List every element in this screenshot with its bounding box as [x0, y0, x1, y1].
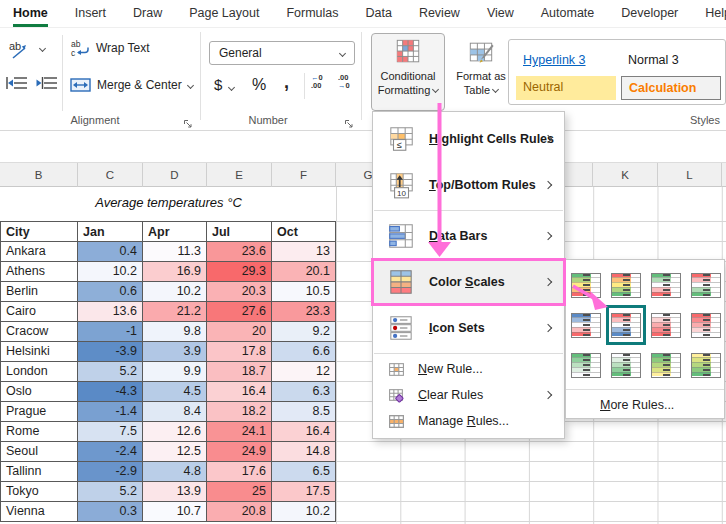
menu-item-data-bars[interactable]: Data Bars [373, 213, 564, 259]
cell-city[interactable]: Cracow [0, 322, 78, 342]
cell-value[interactable]: 18.7 [207, 362, 272, 382]
column-header-F[interactable]: F [272, 163, 336, 187]
color-scale-swatch-white-red[interactable] [646, 305, 686, 345]
cell-city[interactable]: Tokyo [0, 482, 78, 502]
header-cell-jul[interactable]: Jul [207, 221, 272, 242]
style-chip-neutral[interactable]: Neutral [516, 76, 616, 100]
header-cell-jan[interactable]: Jan [78, 221, 143, 242]
cell-value[interactable]: 6.3 [272, 382, 336, 402]
column-header-C[interactable]: C [78, 163, 143, 187]
cell-value[interactable]: 16.4 [272, 422, 336, 442]
cell-value[interactable]: 10.2 [78, 262, 143, 282]
tab-home[interactable]: Home [13, 0, 48, 27]
cell-city[interactable]: Helsinki [0, 342, 78, 362]
cell-value[interactable]: 5.2 [78, 482, 143, 502]
cell-value[interactable]: 29.3 [207, 262, 272, 282]
cell-city[interactable]: Cairo [0, 302, 78, 322]
cell-city[interactable]: Seoul [0, 442, 78, 462]
accounting-dropdown-icon[interactable] [228, 84, 235, 91]
cell-value[interactable]: 23.3 [272, 302, 336, 322]
cell-value[interactable]: 14.8 [272, 442, 336, 462]
style-chip-calculation[interactable]: Calculation [621, 76, 721, 100]
cell-value[interactable]: 13.6 [78, 302, 143, 322]
cell-value[interactable]: 24.9 [207, 442, 272, 462]
cell-value[interactable]: 6.5 [272, 462, 336, 482]
cell-city[interactable]: Ankara [0, 242, 78, 262]
cell-value[interactable]: 5.2 [78, 362, 143, 382]
decrease-decimal-button[interactable]: .00→0 [338, 74, 350, 90]
color-scale-swatch-green-white-red[interactable] [646, 265, 686, 305]
cell-value[interactable]: 10.2 [143, 282, 207, 302]
color-scale-swatch-red-white-blue[interactable] [606, 305, 646, 345]
column-header-B[interactable]: B [0, 163, 78, 187]
menu-item-clear-rules[interactable]: Clear Rules [373, 382, 564, 408]
percent-style-button[interactable]: % [252, 76, 266, 94]
header-cell-apr[interactable]: Apr [143, 221, 207, 242]
color-scale-swatch-white-green[interactable] [606, 345, 646, 385]
cell-value[interactable]: 27.6 [207, 302, 272, 322]
merge-center-dropdown-icon[interactable] [187, 81, 194, 88]
cell-value[interactable]: 9.2 [272, 322, 336, 342]
orientation-button[interactable]: ab [8, 39, 34, 65]
cell-value[interactable]: 12.6 [143, 422, 207, 442]
cell-value[interactable]: 13 [272, 242, 336, 262]
cell-value[interactable]: 10.2 [272, 502, 336, 522]
cell-value[interactable]: 20.3 [207, 282, 272, 302]
cell-value[interactable]: 10.7 [143, 502, 207, 522]
color-scale-swatch-green-yellow[interactable] [646, 345, 686, 385]
cell-value[interactable]: 17.6 [207, 462, 272, 482]
cell-value[interactable]: 24.1 [207, 422, 272, 442]
column-header-E[interactable]: E [207, 163, 272, 187]
tab-insert[interactable]: Insert [75, 0, 106, 27]
cell-value[interactable]: -1.4 [78, 402, 143, 422]
cell-value[interactable]: 12 [272, 362, 336, 382]
cell-value[interactable]: 12.5 [143, 442, 207, 462]
cell-value[interactable]: 20 [207, 322, 272, 342]
orientation-dropdown-icon[interactable] [39, 45, 46, 52]
cell-value[interactable]: 3.9 [143, 342, 207, 362]
cell-city[interactable]: Vienna [0, 502, 78, 522]
cell-value[interactable]: 0.3 [78, 502, 143, 522]
cell-value[interactable]: 4.8 [143, 462, 207, 482]
cell-value[interactable]: 0.4 [78, 242, 143, 262]
number-dialog-launcher-icon[interactable] [344, 115, 354, 125]
more-rules-item[interactable]: More Rules... [566, 389, 724, 413]
cell-value[interactable]: 17.8 [207, 342, 272, 362]
table-title-cell[interactable]: Average temperatures °C [0, 187, 337, 221]
column-header-L[interactable]: L [658, 163, 722, 187]
cell-value[interactable]: -4.3 [78, 382, 143, 402]
cell-city[interactable]: Athens [0, 262, 78, 282]
cell-city[interactable]: Tallinn [0, 462, 78, 482]
color-scale-swatch-blue-white-red[interactable] [566, 305, 606, 345]
tab-automate[interactable]: Automate [541, 0, 595, 27]
cell-city[interactable]: Rome [0, 422, 78, 442]
accounting-format-button[interactable]: $ [214, 76, 222, 93]
cell-value[interactable]: 17.5 [272, 482, 336, 502]
tab-review[interactable]: Review [419, 0, 460, 27]
menu-item-new-rule[interactable]: New Rule... [373, 356, 564, 382]
cell-value[interactable]: -1 [78, 322, 143, 342]
tab-data[interactable]: Data [365, 0, 391, 27]
cell-value[interactable]: 16.4 [207, 382, 272, 402]
cell-city[interactable]: Prague [0, 402, 78, 422]
cell-city[interactable]: Oslo [0, 382, 78, 402]
cell-value[interactable]: 25 [207, 482, 272, 502]
tab-draw[interactable]: Draw [133, 0, 162, 27]
tab-view[interactable]: View [487, 0, 514, 27]
merge-center-button[interactable]: Merge & Center [70, 77, 193, 93]
menu-item-icon-sets[interactable]: Icon Sets [373, 305, 564, 351]
cell-value[interactable]: -2.4 [78, 442, 143, 462]
color-scale-swatch-red-white[interactable] [686, 305, 726, 345]
cell-value[interactable]: 0.6 [78, 282, 143, 302]
wrap-text-button[interactable]: abc Wrap Text [70, 39, 150, 57]
alignment-dialog-launcher-icon[interactable] [183, 115, 193, 125]
cell-value[interactable]: 9.8 [143, 322, 207, 342]
column-header-D[interactable]: D [143, 163, 207, 187]
cell-value[interactable]: 6.6 [272, 342, 336, 362]
tab-page-layout[interactable]: Page Layout [189, 0, 259, 27]
header-cell-oct[interactable]: Oct [272, 221, 336, 242]
comma-style-button[interactable]: , [284, 72, 289, 93]
cell-value[interactable]: 8.4 [143, 402, 207, 422]
cell-value[interactable]: -3.9 [78, 342, 143, 362]
conditional-formatting-button[interactable]: Conditional Formatting [371, 33, 445, 111]
